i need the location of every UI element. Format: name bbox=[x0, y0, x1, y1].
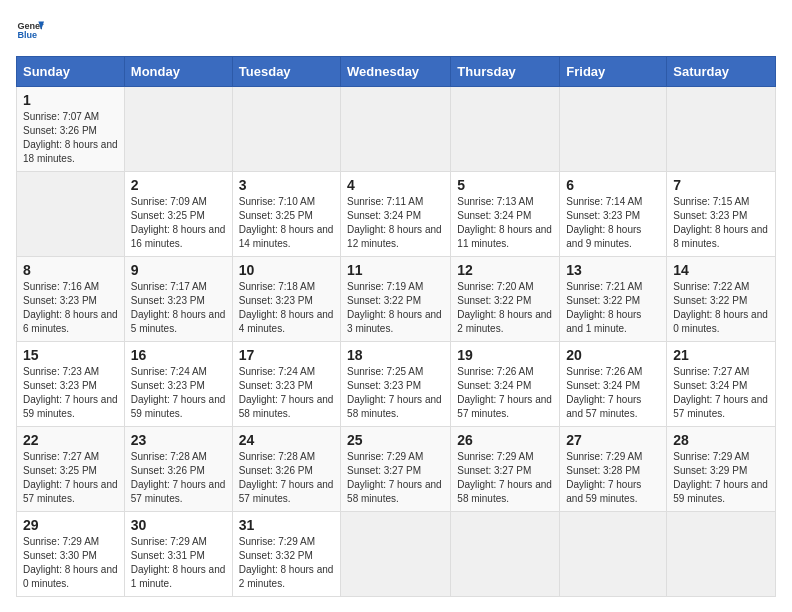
day-number: 1 bbox=[23, 92, 118, 108]
day-info: Sunrise: 7:26 AMSunset: 3:24 PMDaylight:… bbox=[566, 366, 642, 419]
day-number: 23 bbox=[131, 432, 226, 448]
calendar-cell bbox=[451, 512, 560, 597]
day-number: 4 bbox=[347, 177, 444, 193]
day-info: Sunrise: 7:27 AMSunset: 3:25 PMDaylight:… bbox=[23, 451, 118, 504]
calendar-cell bbox=[17, 172, 125, 257]
calendar-cell: 26Sunrise: 7:29 AMSunset: 3:27 PMDayligh… bbox=[451, 427, 560, 512]
calendar-table: SundayMondayTuesdayWednesdayThursdayFrid… bbox=[16, 56, 776, 597]
calendar-cell: 1Sunrise: 7:07 AMSunset: 3:26 PMDaylight… bbox=[17, 87, 125, 172]
day-number: 6 bbox=[566, 177, 660, 193]
day-number: 20 bbox=[566, 347, 660, 363]
col-header-tuesday: Tuesday bbox=[232, 57, 340, 87]
day-number: 31 bbox=[239, 517, 334, 533]
day-number: 28 bbox=[673, 432, 769, 448]
calendar-cell: 31Sunrise: 7:29 AMSunset: 3:32 PMDayligh… bbox=[232, 512, 340, 597]
calendar-cell: 28Sunrise: 7:29 AMSunset: 3:29 PMDayligh… bbox=[667, 427, 776, 512]
day-number: 12 bbox=[457, 262, 553, 278]
calendar-week-row: 1Sunrise: 7:07 AMSunset: 3:26 PMDaylight… bbox=[17, 87, 776, 172]
calendar-cell bbox=[560, 512, 667, 597]
day-info: Sunrise: 7:16 AMSunset: 3:23 PMDaylight:… bbox=[23, 281, 118, 334]
calendar-cell: 10Sunrise: 7:18 AMSunset: 3:23 PMDayligh… bbox=[232, 257, 340, 342]
calendar-cell: 17Sunrise: 7:24 AMSunset: 3:23 PMDayligh… bbox=[232, 342, 340, 427]
day-info: Sunrise: 7:10 AMSunset: 3:25 PMDaylight:… bbox=[239, 196, 334, 249]
page-header: General Blue bbox=[16, 16, 776, 44]
calendar-week-row: 15Sunrise: 7:23 AMSunset: 3:23 PMDayligh… bbox=[17, 342, 776, 427]
day-info: Sunrise: 7:25 AMSunset: 3:23 PMDaylight:… bbox=[347, 366, 442, 419]
calendar-cell: 5Sunrise: 7:13 AMSunset: 3:24 PMDaylight… bbox=[451, 172, 560, 257]
day-number: 25 bbox=[347, 432, 444, 448]
svg-text:Blue: Blue bbox=[17, 30, 37, 40]
day-info: Sunrise: 7:17 AMSunset: 3:23 PMDaylight:… bbox=[131, 281, 226, 334]
calendar-week-row: 22Sunrise: 7:27 AMSunset: 3:25 PMDayligh… bbox=[17, 427, 776, 512]
calendar-cell bbox=[451, 87, 560, 172]
col-header-sunday: Sunday bbox=[17, 57, 125, 87]
calendar-cell: 22Sunrise: 7:27 AMSunset: 3:25 PMDayligh… bbox=[17, 427, 125, 512]
calendar-week-row: 2Sunrise: 7:09 AMSunset: 3:25 PMDaylight… bbox=[17, 172, 776, 257]
calendar-cell: 13Sunrise: 7:21 AMSunset: 3:22 PMDayligh… bbox=[560, 257, 667, 342]
calendar-cell bbox=[341, 512, 451, 597]
calendar-cell: 14Sunrise: 7:22 AMSunset: 3:22 PMDayligh… bbox=[667, 257, 776, 342]
calendar-cell: 3Sunrise: 7:10 AMSunset: 3:25 PMDaylight… bbox=[232, 172, 340, 257]
calendar-cell: 15Sunrise: 7:23 AMSunset: 3:23 PMDayligh… bbox=[17, 342, 125, 427]
calendar-cell: 12Sunrise: 7:20 AMSunset: 3:22 PMDayligh… bbox=[451, 257, 560, 342]
logo-icon: General Blue bbox=[16, 16, 44, 44]
day-info: Sunrise: 7:26 AMSunset: 3:24 PMDaylight:… bbox=[457, 366, 552, 419]
day-info: Sunrise: 7:18 AMSunset: 3:23 PMDaylight:… bbox=[239, 281, 334, 334]
day-info: Sunrise: 7:28 AMSunset: 3:26 PMDaylight:… bbox=[131, 451, 226, 504]
calendar-cell: 21Sunrise: 7:27 AMSunset: 3:24 PMDayligh… bbox=[667, 342, 776, 427]
calendar-cell bbox=[560, 87, 667, 172]
calendar-cell: 16Sunrise: 7:24 AMSunset: 3:23 PMDayligh… bbox=[124, 342, 232, 427]
calendar-cell bbox=[232, 87, 340, 172]
day-number: 30 bbox=[131, 517, 226, 533]
day-info: Sunrise: 7:14 AMSunset: 3:23 PMDaylight:… bbox=[566, 196, 642, 249]
day-number: 21 bbox=[673, 347, 769, 363]
col-header-wednesday: Wednesday bbox=[341, 57, 451, 87]
calendar-cell: 30Sunrise: 7:29 AMSunset: 3:31 PMDayligh… bbox=[124, 512, 232, 597]
day-number: 29 bbox=[23, 517, 118, 533]
day-number: 8 bbox=[23, 262, 118, 278]
day-info: Sunrise: 7:29 AMSunset: 3:27 PMDaylight:… bbox=[457, 451, 552, 504]
calendar-cell: 11Sunrise: 7:19 AMSunset: 3:22 PMDayligh… bbox=[341, 257, 451, 342]
day-number: 10 bbox=[239, 262, 334, 278]
day-info: Sunrise: 7:29 AMSunset: 3:28 PMDaylight:… bbox=[566, 451, 642, 504]
day-info: Sunrise: 7:29 AMSunset: 3:32 PMDaylight:… bbox=[239, 536, 334, 589]
day-number: 24 bbox=[239, 432, 334, 448]
day-number: 15 bbox=[23, 347, 118, 363]
day-info: Sunrise: 7:27 AMSunset: 3:24 PMDaylight:… bbox=[673, 366, 768, 419]
calendar-cell: 9Sunrise: 7:17 AMSunset: 3:23 PMDaylight… bbox=[124, 257, 232, 342]
day-number: 13 bbox=[566, 262, 660, 278]
day-number: 17 bbox=[239, 347, 334, 363]
day-number: 18 bbox=[347, 347, 444, 363]
day-number: 5 bbox=[457, 177, 553, 193]
calendar-cell: 6Sunrise: 7:14 AMSunset: 3:23 PMDaylight… bbox=[560, 172, 667, 257]
calendar-cell bbox=[341, 87, 451, 172]
calendar-cell: 29Sunrise: 7:29 AMSunset: 3:30 PMDayligh… bbox=[17, 512, 125, 597]
col-header-saturday: Saturday bbox=[667, 57, 776, 87]
calendar-week-row: 8Sunrise: 7:16 AMSunset: 3:23 PMDaylight… bbox=[17, 257, 776, 342]
calendar-cell bbox=[667, 87, 776, 172]
day-info: Sunrise: 7:20 AMSunset: 3:22 PMDaylight:… bbox=[457, 281, 552, 334]
day-info: Sunrise: 7:29 AMSunset: 3:29 PMDaylight:… bbox=[673, 451, 768, 504]
calendar-cell: 8Sunrise: 7:16 AMSunset: 3:23 PMDaylight… bbox=[17, 257, 125, 342]
day-number: 22 bbox=[23, 432, 118, 448]
day-info: Sunrise: 7:21 AMSunset: 3:22 PMDaylight:… bbox=[566, 281, 642, 334]
calendar-cell bbox=[124, 87, 232, 172]
day-info: Sunrise: 7:29 AMSunset: 3:30 PMDaylight:… bbox=[23, 536, 118, 589]
col-header-monday: Monday bbox=[124, 57, 232, 87]
day-number: 3 bbox=[239, 177, 334, 193]
day-number: 27 bbox=[566, 432, 660, 448]
day-number: 16 bbox=[131, 347, 226, 363]
calendar-cell: 23Sunrise: 7:28 AMSunset: 3:26 PMDayligh… bbox=[124, 427, 232, 512]
day-info: Sunrise: 7:29 AMSunset: 3:31 PMDaylight:… bbox=[131, 536, 226, 589]
day-info: Sunrise: 7:29 AMSunset: 3:27 PMDaylight:… bbox=[347, 451, 442, 504]
calendar-cell: 19Sunrise: 7:26 AMSunset: 3:24 PMDayligh… bbox=[451, 342, 560, 427]
calendar-cell: 4Sunrise: 7:11 AMSunset: 3:24 PMDaylight… bbox=[341, 172, 451, 257]
day-info: Sunrise: 7:28 AMSunset: 3:26 PMDaylight:… bbox=[239, 451, 334, 504]
calendar-week-row: 29Sunrise: 7:29 AMSunset: 3:30 PMDayligh… bbox=[17, 512, 776, 597]
day-info: Sunrise: 7:15 AMSunset: 3:23 PMDaylight:… bbox=[673, 196, 768, 249]
day-number: 14 bbox=[673, 262, 769, 278]
day-number: 7 bbox=[673, 177, 769, 193]
logo: General Blue bbox=[16, 16, 44, 44]
day-info: Sunrise: 7:09 AMSunset: 3:25 PMDaylight:… bbox=[131, 196, 226, 249]
day-info: Sunrise: 7:13 AMSunset: 3:24 PMDaylight:… bbox=[457, 196, 552, 249]
